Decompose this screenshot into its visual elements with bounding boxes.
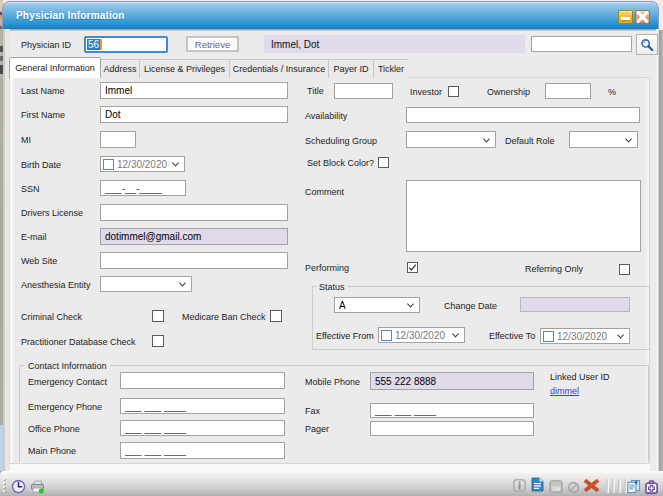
pager-input[interactable] [370,421,534,436]
effective-to-checkbox[interactable] [543,331,554,342]
fax-input[interactable]: ___ ___ ____ [370,403,534,418]
referring-only-checkbox[interactable] [619,264,630,275]
contact-information-label: Contact Information [25,361,110,371]
default-role-label: Default Role [505,136,555,147]
toolbar-grip[interactable] [3,478,6,494]
ownership-input[interactable] [545,83,591,99]
copy-record-icon [626,479,642,494]
set-block-color-label: Set Block Color? [307,158,374,169]
grip-dot [3,486,5,488]
anesthesia-entity-select[interactable] [100,276,192,292]
email-input[interactable]: dotimmel@gmail.com [100,228,288,245]
copy-record-button[interactable] [626,479,642,496]
emergency-contact-input[interactable] [120,372,285,389]
percent-label: % [608,87,616,98]
physician-id-input[interactable]: 56 [84,36,168,53]
retrieve-button[interactable]: Retrieve [186,36,239,52]
emergency-contact-label: Emergency Contact [28,377,107,388]
titlebar[interactable]: Physician Information [2,1,659,29]
set-block-color-checkbox[interactable] [378,157,389,168]
search-button[interactable] [636,34,658,55]
drivers-license-input[interactable] [100,204,288,221]
medical-kit-icon [645,480,658,494]
tab-general-information[interactable]: General Information [9,57,101,78]
anesthesia-entity-label: Anesthesia Entity [21,280,91,291]
save-button[interactable] [549,479,563,496]
text-caret [100,39,102,50]
close-icon [636,11,649,23]
info-icon [513,479,526,492]
title-label: Title [307,86,324,97]
background-right-edge [659,30,663,471]
info-button[interactable] [513,478,526,496]
performing-checkbox[interactable] [407,262,418,273]
scheduling-group-select[interactable] [406,131,496,148]
availability-input[interactable] [406,107,640,123]
practitioner-database-check-checkbox[interactable] [152,335,164,347]
criminal-check-checkbox[interactable] [152,310,164,322]
tab-address[interactable]: Address [101,59,139,78]
minimize-button[interactable] [618,10,633,24]
tab-tickler[interactable]: Tickler [373,59,408,78]
ownership-label: Ownership [487,87,530,98]
effective-to-picker[interactable]: 12/30/2020 [540,328,630,344]
scheduling-group-label: Scheduling Group [305,136,377,147]
web-site-label: Web Site [21,256,57,267]
effective-from-picker[interactable]: 12/30/2020 [378,327,465,343]
cancel-button[interactable] [567,480,580,496]
history-clock-button[interactable] [11,479,26,496]
referring-only-label: Referring Only [525,264,583,275]
emergency-phone-mask: ___ ___ ____ [125,401,186,412]
office-phone-input[interactable]: ___ ___ ____ [120,420,285,436]
tab-license-privileges[interactable]: License & Privileges [139,59,229,78]
status-select[interactable]: A [334,297,420,313]
birth-date-checkbox[interactable] [103,159,114,170]
tab-page-bottom-edge [10,464,650,471]
main-phone-input[interactable]: ___ ___ ____ [120,442,285,459]
last-name-label: Last Name [21,86,65,97]
chevron-down-icon [179,279,186,286]
comment-textarea[interactable] [406,180,641,252]
status-value: A [339,300,346,311]
delete-button[interactable] [583,478,600,496]
web-site-input[interactable] [100,252,288,269]
print-button[interactable] [30,479,45,496]
delete-x-icon [583,478,600,493]
linked-user-link[interactable]: dimmel [550,386,579,397]
criminal-check-label: Criminal Check [21,312,82,323]
prohibited-icon [567,481,580,494]
new-record-button[interactable] [530,477,545,496]
ssn-input[interactable]: ___-__-____ [100,180,186,196]
check-icon [408,263,417,272]
pager-label: Pager [305,424,329,435]
last-name-input[interactable]: Immel [100,82,288,99]
medical-kit-button[interactable] [645,480,658,496]
title-input[interactable] [334,83,393,99]
tab-payer-id[interactable]: Payer ID [328,59,373,78]
close-button[interactable] [635,10,650,24]
print-icon [30,479,45,494]
change-date-label: Change Date [444,301,497,312]
mi-input[interactable] [100,131,136,148]
birth-date-picker[interactable]: 12/30/2020 [100,156,185,172]
effective-from-checkbox[interactable] [381,330,392,341]
mobile-phone-input[interactable]: 555 222 8888 [370,372,534,390]
first-name-input[interactable]: Dot [100,106,288,123]
medicare-ban-check-checkbox[interactable] [270,310,282,322]
mobile-phone-label: Mobile Phone [305,377,360,388]
change-date-input [520,297,630,312]
medicare-ban-check-label: Medicare Ban Check [182,312,266,323]
emergency-phone-input[interactable]: ___ ___ ____ [120,398,285,414]
window-right-border [656,29,659,471]
toolbar-separator [618,479,621,493]
default-role-select[interactable] [569,131,638,148]
status-group-label: Status [316,282,348,292]
tab-credentials-insurance[interactable]: Credentials / Insurance [229,59,328,78]
ssn-mask: ___-__-____ [105,183,162,194]
investor-checkbox[interactable] [448,86,459,97]
background-top-right [659,0,663,30]
birth-date-value: 12/30/2020 [117,159,167,170]
performing-label: Performing [305,263,349,274]
screen: Physician Information Physician ID 56 Re… [0,0,663,496]
search-input[interactable] [531,36,632,52]
